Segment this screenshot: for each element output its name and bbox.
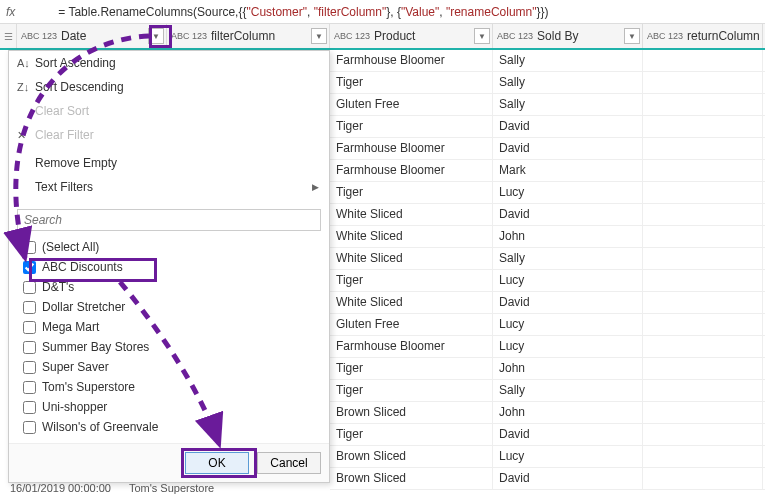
select-all-checkbox[interactable] <box>23 241 36 254</box>
cell-product: White Sliced <box>330 248 493 269</box>
menu-label: Sort Ascending <box>35 56 116 70</box>
cell-soldby: Sally <box>493 248 643 269</box>
filter-checkbox[interactable] <box>23 261 36 274</box>
cell-soldby: Lucy <box>493 446 643 467</box>
sort-ascending[interactable]: A↓ Sort Ascending <box>9 51 329 75</box>
row-selector-header[interactable]: ☰ <box>0 24 17 48</box>
table-row: 16/01/2019 00:00:00 Tom's Superstore <box>10 482 214 494</box>
table-row[interactable]: TigerDavid <box>330 116 765 138</box>
filter-item[interactable]: Mega Mart <box>17 317 321 337</box>
fx-icon: fx <box>6 5 15 19</box>
menu-label: Remove Empty <box>35 156 117 170</box>
column-header-soldby[interactable]: ABC 123 Sold By ▼ <box>493 24 643 48</box>
cell-product: White Sliced <box>330 226 493 247</box>
table-row[interactable]: Brown SlicedJohn <box>330 402 765 424</box>
type-icon: ABC 123 <box>497 32 533 41</box>
remove-empty[interactable]: Remove Empty <box>9 151 329 175</box>
table-row[interactable]: TigerJohn <box>330 358 765 380</box>
cell-return <box>643 314 763 335</box>
cell-soldby: David <box>493 424 643 445</box>
cell-soldby: David <box>493 292 643 313</box>
chevron-right-icon: ▶ <box>312 182 319 192</box>
cell-return <box>643 160 763 181</box>
cell-product: Farmhouse Bloomer <box>330 336 493 357</box>
filter-item[interactable]: Wilson's of Greenvale <box>17 417 321 437</box>
filter-checkbox[interactable] <box>23 381 36 394</box>
table-row[interactable]: White SlicedJohn <box>330 226 765 248</box>
ok-button[interactable]: OK <box>185 452 249 474</box>
cell-product: White Sliced <box>330 204 493 225</box>
table-row[interactable]: White SlicedSally <box>330 248 765 270</box>
chevron-down-icon[interactable]: ▼ <box>311 28 327 44</box>
filter-checkbox[interactable] <box>23 321 36 334</box>
sort-descending[interactable]: Z↓ Sort Descending <box>9 75 329 99</box>
cell-return <box>643 380 763 401</box>
filter-item[interactable]: Summer Bay Stores <box>17 337 321 357</box>
filter-dropdown: A↓ Sort Ascending Z↓ Sort Descending Cle… <box>8 50 330 483</box>
formula-bar: fx = Table.RenameColumns(Source,{{"Custo… <box>0 0 765 24</box>
cell-return <box>643 336 763 357</box>
filter-checkbox[interactable] <box>23 401 36 414</box>
filter-item[interactable]: Uni-shopper <box>17 397 321 417</box>
chevron-down-icon[interactable]: ▼ <box>474 28 490 44</box>
cell-product: Tiger <box>330 358 493 379</box>
filter-search-input[interactable] <box>17 209 321 231</box>
table-row[interactable]: White SlicedDavid <box>330 292 765 314</box>
table-row[interactable]: Farmhouse BloomerSally <box>330 50 765 72</box>
cell-product: White Sliced <box>330 292 493 313</box>
filter-checkbox[interactable] <box>23 341 36 354</box>
menu-label: Clear Filter <box>35 128 94 142</box>
column-header-filtercolumn[interactable]: ABC 123 filterColumn ▼ <box>167 24 330 48</box>
check-label: D&T's <box>42 280 74 294</box>
select-all-item[interactable]: (Select All) <box>17 237 321 257</box>
chevron-down-icon[interactable]: ▼ <box>148 28 164 44</box>
column-label: Date <box>61 29 86 43</box>
cell-customer: Tom's Superstore <box>129 482 214 494</box>
menu-label: Clear Sort <box>35 104 89 118</box>
table-row[interactable]: Farmhouse BloomerMark <box>330 160 765 182</box>
table-row[interactable]: Gluten FreeSally <box>330 94 765 116</box>
cell-soldby: Sally <box>493 380 643 401</box>
table-row[interactable]: TigerSally <box>330 380 765 402</box>
column-header-date[interactable]: ABC 123 Date ▼ <box>17 24 167 48</box>
cell-soldby: Sally <box>493 50 643 71</box>
table-row[interactable]: TigerLucy <box>330 182 765 204</box>
type-icon: ABC 123 <box>171 32 207 41</box>
column-header-product[interactable]: ABC 123 Product ▼ <box>330 24 493 48</box>
table-row[interactable]: Farmhouse BloomerLucy <box>330 336 765 358</box>
table-row[interactable]: Brown SlicedDavid <box>330 468 765 490</box>
text-filters[interactable]: Text Filters ▶ <box>9 175 329 199</box>
cell-product: Farmhouse Bloomer <box>330 50 493 71</box>
table-row[interactable]: Brown SlicedLucy <box>330 446 765 468</box>
chevron-down-icon[interactable]: ▼ <box>624 28 640 44</box>
filter-checkbox[interactable] <box>23 281 36 294</box>
cell-return <box>643 226 763 247</box>
filter-item[interactable]: D&T's <box>17 277 321 297</box>
cell-soldby: Lucy <box>493 270 643 291</box>
filter-item[interactable]: ABC Discounts <box>17 257 321 277</box>
filter-checkbox[interactable] <box>23 301 36 314</box>
table-row[interactable]: Gluten FreeLucy <box>330 314 765 336</box>
sort-desc-icon: Z↓ <box>17 81 35 93</box>
filter-checklist: (Select All) ABC DiscountsD&T'sDollar St… <box>17 237 321 437</box>
filter-checkbox[interactable] <box>23 421 36 434</box>
cancel-button[interactable]: Cancel <box>257 452 321 474</box>
filter-item[interactable]: Super Saver <box>17 357 321 377</box>
check-label: (Select All) <box>42 240 99 254</box>
column-header-returncolumn[interactable]: ABC 123 returnColumn <box>643 24 763 48</box>
table-row[interactable]: White SlicedDavid <box>330 204 765 226</box>
clear-filter-icon: ✕ <box>17 129 35 142</box>
gear-icon: ☰ <box>4 31 13 42</box>
menu-label: Text Filters <box>35 180 93 194</box>
check-label: Wilson's of Greenvale <box>42 420 158 434</box>
cell-return <box>643 402 763 423</box>
cell-return <box>643 94 763 115</box>
filter-item[interactable]: Dollar Stretcher <box>17 297 321 317</box>
table-row[interactable]: Farmhouse BloomerDavid <box>330 138 765 160</box>
filter-checkbox[interactable] <box>23 361 36 374</box>
table-row[interactable]: TigerDavid <box>330 424 765 446</box>
table-row[interactable]: TigerLucy <box>330 270 765 292</box>
cell-return <box>643 292 763 313</box>
table-row[interactable]: TigerSally <box>330 72 765 94</box>
filter-item[interactable]: Tom's Superstore <box>17 377 321 397</box>
